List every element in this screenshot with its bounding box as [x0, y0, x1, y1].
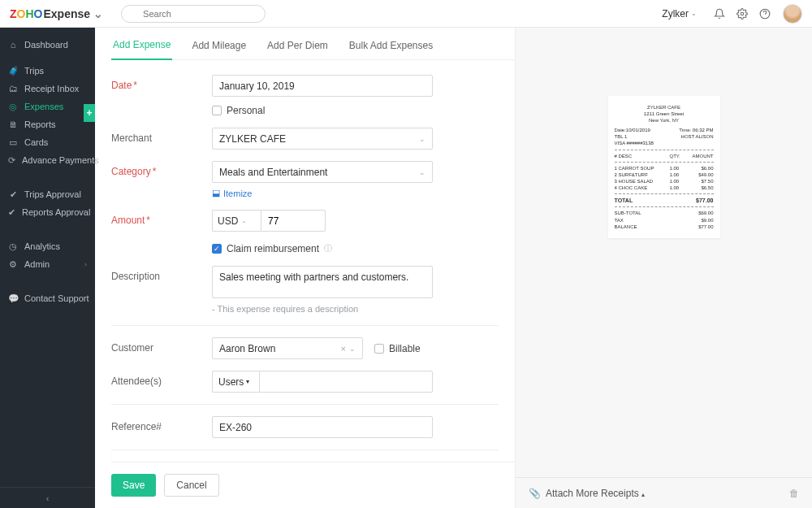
expense-icon: ◎ [8, 102, 18, 112]
label-category: Category* [111, 161, 212, 177]
trash-icon[interactable]: 🗑 [789, 488, 799, 499]
chevron-down-icon: ⌄ [93, 7, 103, 20]
category-select[interactable]: Meals and Entertainment⌄ [212, 161, 433, 183]
form-footer: Save Cancel [111, 462, 515, 508]
label-merchant: Merchant [111, 128, 212, 144]
approval-icon: ✔ [8, 207, 15, 218]
attendee-type-select[interactable]: Users▾ [212, 371, 259, 393]
chat-icon: 💬 [8, 293, 18, 304]
brand-logo[interactable]: ZOHO Expense ⌄ [10, 7, 103, 20]
clear-icon[interactable]: × [341, 344, 346, 354]
search-input[interactable] [121, 5, 266, 23]
checkbox-checked-icon: ✓ [212, 244, 222, 254]
description-hint: - This expense requires a description [212, 304, 499, 314]
reference-input[interactable]: EX-260 [212, 416, 433, 438]
label-amount: Amount* [111, 210, 212, 226]
advance-icon: ⟳ [8, 155, 15, 166]
global-search[interactable]: ▾ [121, 5, 266, 23]
caret-up-icon: ▴ [641, 491, 645, 498]
cancel-button[interactable]: Cancel [164, 474, 218, 497]
inbox-icon: 🗂 [8, 84, 18, 93]
billable-checkbox[interactable]: Billable [374, 343, 421, 354]
attach-more-link[interactable]: Attach More Receipts ▴ [546, 488, 645, 499]
customer-select[interactable]: Aaron Brown×⌄ [212, 337, 363, 359]
svg-point-3 [760, 9, 770, 19]
add-expense-quick[interactable]: + [84, 104, 95, 122]
help-icon[interactable] [758, 7, 772, 21]
dashboard-icon: ⌂ [8, 40, 18, 50]
receipt-panel: ZYLKER CAFE 1211 Green Street New York, … [515, 28, 812, 508]
save-button[interactable]: Save [111, 474, 156, 497]
chevron-down-icon: ⌄ [241, 217, 247, 224]
checkbox-icon [374, 344, 384, 354]
label-customer: Customer [111, 337, 212, 354]
currency-select[interactable]: USD⌄ [212, 210, 261, 232]
sidebar-item-trips[interactable]: 🧳Trips [0, 62, 95, 80]
chevron-down-icon: ⌄ [691, 10, 697, 17]
chevron-left-icon: ‹ [46, 493, 50, 503]
sidebar-item-analytics[interactable]: ◷Analytics [0, 237, 95, 255]
date-input[interactable]: January 10, 2019 [212, 75, 433, 97]
tab-bulk-add[interactable]: Bulk Add Expenses [348, 40, 434, 59]
merchant-select[interactable]: ZYLKER CAFE⌄ [212, 128, 433, 150]
sidebar-item-admin[interactable]: ⚙Admin› [0, 255, 95, 273]
sidebar-item-reports-approval[interactable]: ✔Reports Approval [0, 203, 95, 221]
description-input[interactable]: Sales meeting with partners and customer… [212, 266, 433, 298]
itemize-icon: ⬓ [212, 188, 220, 198]
analytics-icon: ◷ [8, 241, 18, 252]
sidebar-item-expenses[interactable]: ◎Expenses [0, 98, 95, 115]
sidebar-item-support[interactable]: 💬Contact Support [0, 289, 95, 307]
label-reference: Reference# [111, 416, 212, 432]
topbar: ZOHO Expense ⌄ ▾ Zylker⌄ [0, 0, 812, 28]
attendee-input[interactable] [259, 371, 433, 393]
approval-icon: ✔ [8, 189, 18, 200]
sidebar-item-receipt-inbox[interactable]: 🗂Receipt Inbox [0, 80, 95, 98]
admin-icon: ⚙ [8, 259, 18, 270]
label-description: Description [111, 266, 212, 282]
chevron-down-icon: ⌄ [419, 135, 425, 143]
label-attendees: Attendee(s) [111, 371, 212, 387]
claim-checkbox[interactable]: ✓Claim reimbursement ⓘ [212, 243, 499, 254]
checkbox-icon [212, 106, 222, 115]
sidebar-collapse[interactable]: ‹ [0, 487, 95, 508]
sidebar-item-reports[interactable]: 🗎Reports [0, 115, 95, 133]
sidebar: ⌂Dashboard 🧳Trips 🗂Receipt Inbox ◎Expens… [0, 28, 95, 508]
sidebar-item-advance[interactable]: ⟳Advance Payments [0, 151, 95, 169]
personal-checkbox[interactable]: Personal [212, 105, 499, 116]
bell-icon[interactable] [712, 7, 727, 21]
tab-add-expense[interactable]: Add Expense [111, 39, 172, 60]
chevron-down-icon: ⌄ [419, 168, 425, 176]
svg-point-2 [741, 12, 744, 15]
briefcase-icon: 🧳 [8, 66, 18, 76]
amount-input[interactable] [261, 210, 326, 232]
label-date: Date* [111, 75, 212, 91]
chevron-down-icon: ⌄ [349, 345, 356, 353]
expense-tabs: Add Expense Add Mileage Add Per Diem Bul… [111, 28, 515, 60]
sidebar-item-dashboard[interactable]: ⌂Dashboard [0, 36, 95, 54]
chevron-down-icon: ▾ [246, 378, 249, 385]
chevron-right-icon: › [84, 261, 87, 268]
org-switcher[interactable]: Zylker⌄ [662, 8, 697, 20]
reports-icon: 🗎 [8, 119, 18, 129]
info-icon: ⓘ [324, 243, 332, 254]
receipt-preview[interactable]: ZYLKER CAFE 1211 Green Street New York, … [608, 96, 720, 238]
tab-add-per-diem[interactable]: Add Per Diem [266, 40, 330, 59]
tab-add-mileage[interactable]: Add Mileage [190, 40, 248, 59]
sidebar-item-cards[interactable]: ▭Cards [0, 133, 95, 151]
sidebar-item-trips-approval[interactable]: ✔Trips Approval [0, 185, 95, 203]
avatar[interactable] [783, 4, 802, 24]
card-icon: ▭ [8, 137, 18, 148]
attach-icon: 📎 [529, 488, 541, 499]
gear-icon[interactable] [735, 7, 749, 21]
itemize-link[interactable]: ⬓Itemize [212, 188, 252, 198]
